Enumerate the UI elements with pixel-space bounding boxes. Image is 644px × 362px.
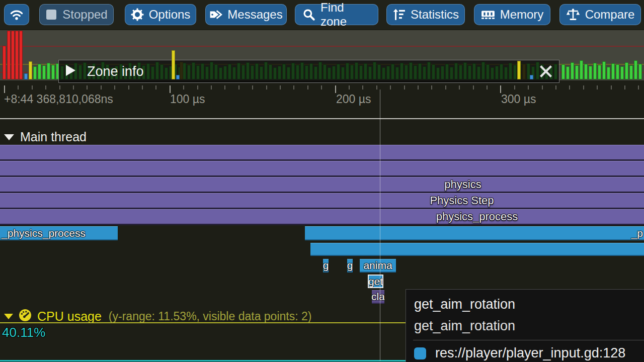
zone-bar[interactable]: _p bbox=[305, 226, 644, 240]
tracy-profiler-window: Stopped Options bbox=[0, 0, 644, 362]
frame-bar[interactable] bbox=[47, 63, 50, 79]
zone-tooltip: get_aim_rotation get_aim_rotation res://… bbox=[406, 289, 644, 362]
frame-bar[interactable] bbox=[580, 60, 583, 79]
play-icon[interactable] bbox=[66, 64, 76, 78]
zone-info-title: Zone info bbox=[87, 64, 144, 79]
frame-bar[interactable] bbox=[530, 75, 533, 79]
zone-row-label: physics bbox=[444, 178, 481, 191]
cpu-usage-value: 40.11% bbox=[2, 325, 45, 340]
frame-bar[interactable] bbox=[15, 31, 19, 79]
tooltip-zone-name: get_aim_rotation bbox=[414, 297, 644, 312]
zone-bar-label: g bbox=[323, 259, 329, 272]
zone-bar[interactable]: _physics_process bbox=[0, 226, 118, 240]
zone-bar-label: g bbox=[347, 259, 353, 272]
frame-bar[interactable] bbox=[629, 65, 633, 79]
zone-row-label: Physics Step bbox=[430, 194, 494, 207]
cpu-section-underline bbox=[0, 322, 406, 323]
zone-bar-label: _physics_process bbox=[2, 227, 86, 239]
frame-bar[interactable] bbox=[607, 67, 610, 79]
frame-bar[interactable] bbox=[638, 64, 642, 79]
frame-bar[interactable] bbox=[38, 64, 41, 79]
frame-bar[interactable] bbox=[3, 46, 6, 79]
frame-bar[interactable] bbox=[616, 64, 619, 79]
frame-bar[interactable] bbox=[561, 64, 565, 79]
zone-bar-label: _p bbox=[631, 227, 643, 239]
frame-bar[interactable] bbox=[7, 31, 11, 79]
frame-bar[interactable] bbox=[584, 64, 588, 79]
zone-bar[interactable]: cla bbox=[372, 290, 384, 304]
frame-bar[interactable] bbox=[19, 31, 23, 79]
tooltip-source-location: res://player/player_input.gd:128 bbox=[435, 345, 625, 361]
zone-bar[interactable]: get bbox=[368, 275, 383, 288]
timeline-crosshair bbox=[380, 89, 380, 361]
zone-purple-row[interactable] bbox=[0, 177, 644, 192]
zone-info-bar[interactable]: Zone info bbox=[58, 60, 559, 83]
frame-bar[interactable] bbox=[42, 65, 46, 79]
zone-purple-row[interactable] bbox=[0, 193, 644, 208]
frame-bar[interactable] bbox=[625, 62, 628, 79]
frame-bar[interactable] bbox=[634, 60, 637, 79]
collapse-triangle-icon[interactable] bbox=[4, 314, 13, 319]
frame-bar[interactable] bbox=[566, 66, 570, 79]
frame-bar[interactable] bbox=[620, 66, 624, 79]
frame-bar[interactable] bbox=[172, 50, 175, 79]
frame-bar[interactable] bbox=[11, 31, 15, 79]
zone-purple-row[interactable] bbox=[0, 161, 644, 175]
frame-bar[interactable] bbox=[611, 63, 615, 79]
frame-bar[interactable] bbox=[593, 63, 597, 79]
zone-bar-label: get bbox=[368, 276, 383, 288]
zone-row-label: physics_process bbox=[436, 210, 518, 223]
frame-bar[interactable] bbox=[575, 65, 579, 79]
zone-purple-row[interactable] bbox=[0, 209, 644, 224]
frame-bar[interactable] bbox=[33, 66, 37, 79]
zone-purple-row[interactable] bbox=[0, 145, 644, 159]
zone-bar-label: anima bbox=[363, 259, 392, 272]
frame-bar[interactable] bbox=[176, 75, 180, 79]
frame-bar[interactable] bbox=[602, 61, 606, 79]
frame-bar[interactable] bbox=[598, 65, 601, 79]
cpu-usage-range-note: (y-range: 11.53%, visible data points: 2… bbox=[109, 310, 312, 323]
frame-bar[interactable] bbox=[517, 61, 521, 79]
zone-bar[interactable] bbox=[310, 243, 644, 256]
zone-bar-label: cla bbox=[372, 291, 384, 303]
frame-bar[interactable] bbox=[24, 73, 28, 79]
zone-bar[interactable]: g bbox=[323, 259, 329, 273]
zone-bar[interactable]: anima bbox=[360, 259, 396, 273]
zone-bar[interactable]: g bbox=[347, 259, 353, 273]
cpu-usage-label: CPU usage bbox=[37, 309, 102, 324]
tooltip-separator bbox=[413, 340, 644, 340]
close-icon[interactable] bbox=[539, 64, 553, 78]
frame-bar[interactable] bbox=[589, 66, 592, 79]
tooltip-function-name: get_aim_rotation bbox=[414, 318, 644, 334]
frame-bar[interactable] bbox=[29, 61, 32, 79]
zone-color-swatch bbox=[414, 347, 426, 359]
frame-bar[interactable] bbox=[51, 65, 55, 79]
frame-bar[interactable] bbox=[571, 62, 574, 79]
